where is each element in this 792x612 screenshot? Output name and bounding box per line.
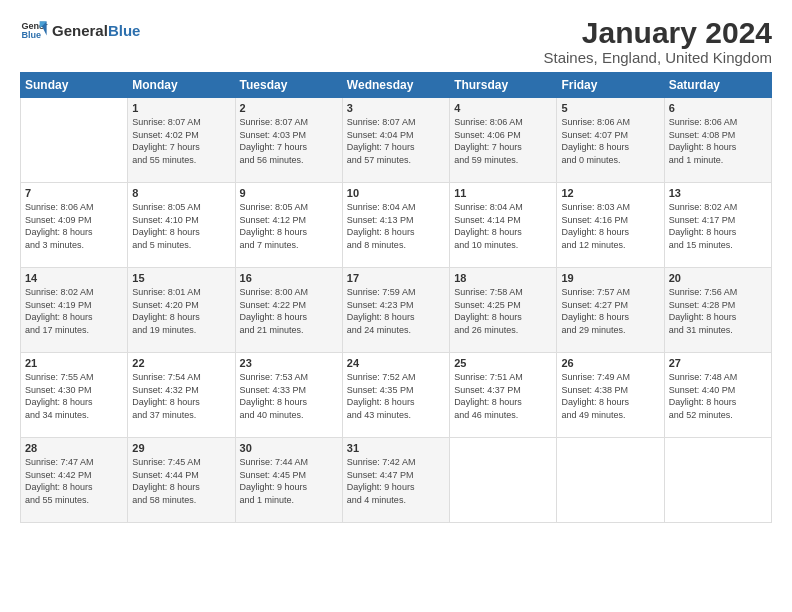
sunset-text: Sunset: 4:16 PM: [561, 215, 628, 225]
daylight-hours: Daylight: 8 hours: [25, 397, 93, 407]
calendar-cell: 24Sunrise: 7:52 AMSunset: 4:35 PMDayligh…: [342, 353, 449, 438]
day-info: Sunrise: 7:48 AMSunset: 4:40 PMDaylight:…: [669, 371, 767, 421]
daylight-hours: Daylight: 8 hours: [561, 397, 629, 407]
calendar-cell: 1Sunrise: 8:07 AMSunset: 4:02 PMDaylight…: [128, 98, 235, 183]
daylight-hours: Daylight: 8 hours: [25, 312, 93, 322]
day-number: 3: [347, 102, 445, 114]
day-info: Sunrise: 8:06 AMSunset: 4:07 PMDaylight:…: [561, 116, 659, 166]
day-info: Sunrise: 8:02 AMSunset: 4:17 PMDaylight:…: [669, 201, 767, 251]
calendar-cell: 5Sunrise: 8:06 AMSunset: 4:07 PMDaylight…: [557, 98, 664, 183]
calendar-cell: 23Sunrise: 7:53 AMSunset: 4:33 PMDayligh…: [235, 353, 342, 438]
calendar-cell: 27Sunrise: 7:48 AMSunset: 4:40 PMDayligh…: [664, 353, 771, 438]
day-info: Sunrise: 8:07 AMSunset: 4:04 PMDaylight:…: [347, 116, 445, 166]
header: General Blue General Blue January 2024 S…: [20, 16, 772, 66]
calendar-cell: 3Sunrise: 8:07 AMSunset: 4:04 PMDaylight…: [342, 98, 449, 183]
logo-icon: General Blue: [20, 16, 48, 44]
day-number: 25: [454, 357, 552, 369]
daylight-hours: Daylight: 7 hours: [347, 142, 415, 152]
day-info: Sunrise: 7:44 AMSunset: 4:45 PMDaylight:…: [240, 456, 338, 506]
day-number: 13: [669, 187, 767, 199]
sunset-text: Sunset: 4:06 PM: [454, 130, 521, 140]
calendar-cell: 22Sunrise: 7:54 AMSunset: 4:32 PMDayligh…: [128, 353, 235, 438]
sunset-text: Sunset: 4:37 PM: [454, 385, 521, 395]
day-number: 19: [561, 272, 659, 284]
sunrise-text: Sunrise: 7:56 AM: [669, 287, 738, 297]
daylight-hours: Daylight: 9 hours: [240, 482, 308, 492]
day-number: 23: [240, 357, 338, 369]
daylight-minutes: and 40 minutes.: [240, 410, 304, 420]
calendar-cell: 31Sunrise: 7:42 AMSunset: 4:47 PMDayligh…: [342, 438, 449, 523]
calendar-cell: 19Sunrise: 7:57 AMSunset: 4:27 PMDayligh…: [557, 268, 664, 353]
day-number: 4: [454, 102, 552, 114]
daylight-minutes: and 3 minutes.: [25, 240, 84, 250]
daylight-minutes: and 52 minutes.: [669, 410, 733, 420]
daylight-minutes: and 1 minute.: [240, 495, 295, 505]
sunset-text: Sunset: 4:09 PM: [25, 215, 92, 225]
daylight-minutes: and 34 minutes.: [25, 410, 89, 420]
sunrise-text: Sunrise: 7:52 AM: [347, 372, 416, 382]
sunset-text: Sunset: 4:27 PM: [561, 300, 628, 310]
day-number: 12: [561, 187, 659, 199]
day-info: Sunrise: 7:52 AMSunset: 4:35 PMDaylight:…: [347, 371, 445, 421]
sunrise-text: Sunrise: 7:59 AM: [347, 287, 416, 297]
daylight-minutes: and 15 minutes.: [669, 240, 733, 250]
calendar-cell: 28Sunrise: 7:47 AMSunset: 4:42 PMDayligh…: [21, 438, 128, 523]
day-info: Sunrise: 7:53 AMSunset: 4:33 PMDaylight:…: [240, 371, 338, 421]
calendar-cell: 8Sunrise: 8:05 AMSunset: 4:10 PMDaylight…: [128, 183, 235, 268]
day-info: Sunrise: 7:55 AMSunset: 4:30 PMDaylight:…: [25, 371, 123, 421]
header-friday: Friday: [557, 73, 664, 98]
calendar-cell: 12Sunrise: 8:03 AMSunset: 4:16 PMDayligh…: [557, 183, 664, 268]
sunset-text: Sunset: 4:30 PM: [25, 385, 92, 395]
daylight-hours: Daylight: 7 hours: [132, 142, 200, 152]
day-info: Sunrise: 8:07 AMSunset: 4:03 PMDaylight:…: [240, 116, 338, 166]
daylight-hours: Daylight: 8 hours: [454, 312, 522, 322]
sunrise-text: Sunrise: 8:05 AM: [132, 202, 201, 212]
sunrise-text: Sunrise: 8:00 AM: [240, 287, 309, 297]
day-number: 20: [669, 272, 767, 284]
daylight-minutes: and 10 minutes.: [454, 240, 518, 250]
day-number: 1: [132, 102, 230, 114]
day-number: 26: [561, 357, 659, 369]
daylight-hours: Daylight: 8 hours: [240, 397, 308, 407]
daylight-minutes: and 1 minute.: [669, 155, 724, 165]
day-number: 11: [454, 187, 552, 199]
day-info: Sunrise: 7:57 AMSunset: 4:27 PMDaylight:…: [561, 286, 659, 336]
day-info: Sunrise: 8:05 AMSunset: 4:12 PMDaylight:…: [240, 201, 338, 251]
daylight-hours: Daylight: 8 hours: [561, 312, 629, 322]
day-info: Sunrise: 7:59 AMSunset: 4:23 PMDaylight:…: [347, 286, 445, 336]
sunrise-text: Sunrise: 7:54 AM: [132, 372, 201, 382]
day-number: 31: [347, 442, 445, 454]
daylight-minutes: and 21 minutes.: [240, 325, 304, 335]
sunset-text: Sunset: 4:20 PM: [132, 300, 199, 310]
calendar-cell: 30Sunrise: 7:44 AMSunset: 4:45 PMDayligh…: [235, 438, 342, 523]
svg-text:Blue: Blue: [21, 30, 41, 40]
header-saturday: Saturday: [664, 73, 771, 98]
sunset-text: Sunset: 4:04 PM: [347, 130, 414, 140]
calendar-cell: 6Sunrise: 8:06 AMSunset: 4:08 PMDaylight…: [664, 98, 771, 183]
subtitle: Staines, England, United Kingdom: [544, 49, 772, 66]
calendar-cell: 17Sunrise: 7:59 AMSunset: 4:23 PMDayligh…: [342, 268, 449, 353]
day-number: 24: [347, 357, 445, 369]
calendar-week-row: 1Sunrise: 8:07 AMSunset: 4:02 PMDaylight…: [21, 98, 772, 183]
sunset-text: Sunset: 4:02 PM: [132, 130, 199, 140]
calendar-cell: 29Sunrise: 7:45 AMSunset: 4:44 PMDayligh…: [128, 438, 235, 523]
sunset-text: Sunset: 4:35 PM: [347, 385, 414, 395]
daylight-minutes: and 56 minutes.: [240, 155, 304, 165]
daylight-minutes: and 12 minutes.: [561, 240, 625, 250]
day-info: Sunrise: 7:58 AMSunset: 4:25 PMDaylight:…: [454, 286, 552, 336]
daylight-minutes: and 46 minutes.: [454, 410, 518, 420]
day-number: 29: [132, 442, 230, 454]
daylight-hours: Daylight: 8 hours: [132, 227, 200, 237]
sunset-text: Sunset: 4:25 PM: [454, 300, 521, 310]
calendar-week-row: 7Sunrise: 8:06 AMSunset: 4:09 PMDaylight…: [21, 183, 772, 268]
sunrise-text: Sunrise: 7:44 AM: [240, 457, 309, 467]
sunset-text: Sunset: 4:08 PM: [669, 130, 736, 140]
main-title: January 2024: [544, 16, 772, 49]
calendar-cell: [664, 438, 771, 523]
sunset-text: Sunset: 4:47 PM: [347, 470, 414, 480]
day-number: 5: [561, 102, 659, 114]
day-number: 16: [240, 272, 338, 284]
daylight-minutes: and 58 minutes.: [132, 495, 196, 505]
daylight-minutes: and 4 minutes.: [347, 495, 406, 505]
daylight-minutes: and 43 minutes.: [347, 410, 411, 420]
